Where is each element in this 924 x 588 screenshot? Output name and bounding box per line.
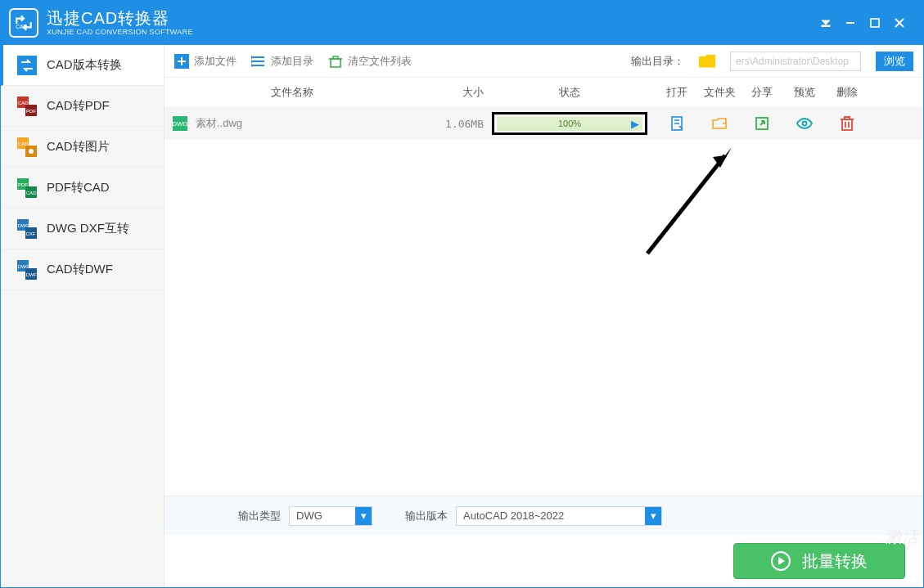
sidebar: CAD版本转换 CADPDF CAD转PDF CAD CAD转图片 PDFCAD…: [1, 45, 165, 587]
sidebar-item-label: CAD转PDF: [47, 98, 110, 114]
dwg-dxf-icon: DWGDXF: [17, 219, 37, 239]
delete-button[interactable]: [826, 115, 868, 132]
svg-line-39: [647, 155, 725, 254]
main-panel: 添加文件 添加目录 清空文件列表 输出目录： ers\Administrator…: [165, 45, 923, 587]
open-file-button[interactable]: [656, 115, 698, 132]
cad-pdf-icon: CADPDF: [17, 97, 37, 116]
add-dir-button[interactable]: 添加目录: [251, 54, 313, 69]
pdf-cad-icon: PDFCAD: [17, 178, 37, 198]
titlebar: CAD 迅捷CAD转换器 XUNJIE CAD CONVERSION SOFTW…: [1, 1, 923, 45]
progress-wrap: 100% ▶: [492, 112, 647, 135]
col-name: 文件名称: [173, 85, 410, 100]
col-preview: 预览: [783, 85, 826, 100]
file-status: 100% ▶: [484, 112, 656, 135]
close-button[interactable]: [887, 11, 912, 35]
toolbar: 添加文件 添加目录 清空文件列表 输出目录： ers\Administrator…: [165, 45, 923, 78]
sidebar-item-label: CAD版本转换: [47, 57, 122, 73]
svg-rect-34: [331, 59, 340, 67]
sidebar-item-cad-pdf[interactable]: CADPDF CAD转PDF: [1, 86, 164, 127]
cad-dwf-icon: DWGDWF: [17, 260, 37, 280]
sidebar-item-label: CAD转DWF: [47, 262, 113, 277]
col-delete: 删除: [826, 85, 868, 100]
share-button[interactable]: [741, 115, 783, 132]
svg-rect-6: [17, 56, 37, 75]
minimize-button[interactable]: [838, 11, 863, 35]
svg-text:CAD: CAD: [18, 141, 29, 146]
preview-button[interactable]: [783, 115, 826, 132]
sidebar-item-cad-version[interactable]: CAD版本转换: [1, 45, 164, 86]
progress-bar: 100% ▶: [497, 116, 642, 131]
col-open: 打开: [656, 85, 698, 100]
svg-text:DWF: DWF: [26, 272, 37, 277]
file-name: 素材..dwg: [196, 116, 410, 131]
sidebar-item-dwg-dxf[interactable]: DWGDXF DWG DXF互转: [1, 209, 164, 249]
app-logo: CAD: [9, 8, 38, 38]
output-type-label: 输出类型: [238, 509, 281, 523]
svg-text:CAD: CAD: [18, 101, 29, 105]
options-bar: 输出类型 DWG ▾ 输出版本 AutoCAD 2018~2022 ▾: [165, 496, 923, 535]
cad-version-icon: [17, 56, 37, 75]
svg-point-14: [29, 149, 34, 154]
table-header: 文件名称 大小 状态 打开 文件夹 分享 预览 删除: [165, 78, 923, 107]
svg-text:PDF: PDF: [26, 109, 36, 114]
cad-img-icon: CAD: [17, 137, 37, 157]
svg-point-32: [251, 61, 252, 62]
open-folder-button[interactable]: [698, 115, 741, 132]
output-path-field[interactable]: ers\Administrator\Desktop: [730, 52, 861, 71]
sidebar-item-label: CAD转图片: [47, 139, 110, 155]
svg-rect-1: [822, 25, 830, 27]
svg-text:DXF: DXF: [26, 231, 36, 236]
svg-text:CAD: CAD: [16, 24, 27, 29]
table-row[interactable]: DWG 素材..dwg 1.06MB 100% ▶: [165, 107, 923, 140]
play-circle-icon: [771, 551, 791, 571]
pin-button[interactable]: [814, 11, 838, 35]
file-size: 1.06MB: [410, 118, 484, 130]
file-type-badge: DWG: [173, 116, 187, 131]
add-dir-icon: [251, 54, 266, 69]
folder-icon: [699, 55, 715, 68]
chevron-down-icon: ▾: [355, 507, 372, 525]
svg-text:CAD: CAD: [26, 191, 37, 195]
svg-rect-3: [871, 19, 879, 27]
app-title: 迅捷CAD转换器: [47, 9, 193, 28]
svg-rect-38: [842, 119, 852, 130]
sidebar-item-pdf-cad[interactable]: PDFCAD PDF转CAD: [1, 168, 164, 209]
svg-text:DWG: DWG: [18, 223, 29, 228]
add-file-icon: [174, 54, 189, 69]
sidebar-item-label: DWG DXF互转: [47, 221, 129, 236]
output-type-select[interactable]: DWG ▾: [289, 506, 372, 526]
svg-point-33: [251, 65, 252, 66]
footer: 输出类型 DWG ▾ 输出版本 AutoCAD 2018~2022 ▾ 批量转换: [165, 496, 923, 587]
play-icon: ▶: [631, 118, 639, 130]
svg-marker-40: [713, 147, 732, 168]
browse-button[interactable]: 浏览: [876, 52, 913, 71]
col-folder: 文件夹: [698, 85, 741, 100]
output-dir-label: 输出目录：: [631, 54, 684, 69]
annotation-arrow: [635, 139, 741, 262]
output-version-label: 输出版本: [405, 509, 448, 523]
svg-point-31: [251, 56, 252, 58]
clear-list-button[interactable]: 清空文件列表: [328, 54, 412, 69]
action-bar: 批量转换: [165, 535, 923, 587]
sidebar-item-cad-img[interactable]: CAD CAD转图片: [1, 127, 164, 168]
col-size: 大小: [410, 85, 484, 100]
clear-list-icon: [328, 54, 343, 69]
add-file-button[interactable]: 添加文件: [174, 54, 237, 69]
col-status: 状态: [484, 85, 656, 100]
sidebar-item-label: PDF转CAD: [47, 180, 110, 195]
maximize-button[interactable]: [863, 11, 887, 35]
batch-convert-button[interactable]: 批量转换: [733, 543, 905, 579]
svg-text:PDF: PDF: [18, 182, 28, 187]
sidebar-item-cad-dwf[interactable]: DWGDWF CAD转DWF: [1, 249, 164, 290]
app-subtitle: XUNJIE CAD CONVERSION SOFTWARE: [47, 28, 193, 36]
svg-point-37: [803, 122, 807, 126]
chevron-down-icon: ▾: [645, 507, 661, 525]
output-version-select[interactable]: AutoCAD 2018~2022 ▾: [456, 506, 662, 526]
svg-text:DWG: DWG: [18, 264, 29, 269]
col-share: 分享: [741, 85, 783, 100]
